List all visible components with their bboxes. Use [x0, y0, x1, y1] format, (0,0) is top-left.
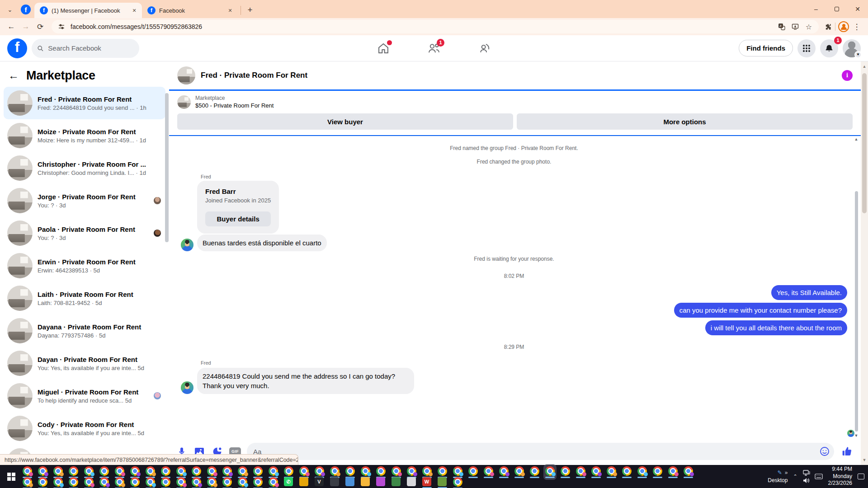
search-input[interactable]: [47, 44, 134, 52]
taskbar-file-transfer-app-icon[interactable]: [345, 477, 355, 486]
address-bar[interactable]: facebook.com/messages/t/1555790952863826…: [52, 20, 819, 33]
reload-button[interactable]: ⟳: [33, 20, 47, 33]
taskbar-chrome-icon[interactable]: [345, 466, 355, 478]
message-input[interactable]: [247, 443, 834, 460]
taskbar-chrome-icon[interactable]: [84, 466, 94, 478]
taskbar-chrome-icon[interactable]: [192, 466, 201, 478]
conversation-info-icon[interactable]: i: [842, 70, 853, 81]
taskbar-chrome-icon[interactable]: [238, 477, 247, 488]
url-text[interactable]: facebook.com/messages/t/1555790952863826: [71, 23, 773, 30]
taskbar-chrome-icon[interactable]: [207, 466, 217, 478]
pen-icon[interactable]: ✎: [778, 469, 782, 476]
taskbar-chrome-icon[interactable]: [115, 477, 124, 488]
taskbar-chrome-icon[interactable]: [315, 466, 324, 478]
page-scrollbar-thumb[interactable]: [862, 73, 867, 213]
emoji-icon[interactable]: [819, 446, 830, 457]
taskbar-plant-app-icon[interactable]: [392, 477, 401, 486]
taskbar-chrome-icon[interactable]: [130, 477, 140, 488]
taskbar-minecraft-icon[interactable]: [438, 477, 447, 488]
taskbar-chrome-icon[interactable]: [99, 477, 109, 488]
taskbar-chrome-icon[interactable]: [53, 466, 63, 478]
taskbar-chrome-icon[interactable]: [130, 466, 140, 478]
tab-close-icon[interactable]: ✕: [226, 6, 234, 14]
install-app-icon[interactable]: [791, 22, 800, 31]
taskbar-chrome-icon[interactable]: [115, 466, 124, 478]
facebook-logo[interactable]: f: [7, 38, 27, 58]
taskbar-chrome-icon[interactable]: [499, 466, 509, 478]
browser-tab-facebook[interactable]: f Facebook ✕: [142, 3, 238, 18]
taskbar-chrome-icon[interactable]: [23, 466, 32, 478]
taskbar-chrome-icon[interactable]: [253, 477, 263, 488]
taskbar-chrome-icon[interactable]: [284, 466, 293, 478]
taskbar-chrome-icon[interactable]: [453, 466, 462, 478]
find-friends-button[interactable]: Find friends: [739, 40, 793, 56]
keyboard-icon[interactable]: [815, 474, 823, 479]
taskbar-chrome-icon[interactable]: [161, 466, 170, 478]
taskbar-chrome-icon[interactable]: [269, 466, 278, 478]
tab-search-chevron-icon[interactable]: ⌄: [4, 3, 16, 16]
taskbar-chrome-icon[interactable]: [146, 477, 155, 488]
back-button[interactable]: ←: [5, 20, 18, 33]
taskbar-chrome-icon[interactable]: [192, 477, 201, 488]
taskbar-chrome-icon[interactable]: [222, 466, 232, 478]
taskbar-chrome-icon[interactable]: [376, 466, 386, 478]
pinned-facebook-favicon[interactable]: f: [21, 5, 31, 14]
taskbar-chrome-icon[interactable]: [484, 466, 493, 478]
taskbar-chrome-icon[interactable]: [668, 466, 678, 478]
taskbar-chrome-icon[interactable]: [607, 466, 616, 478]
taskbar-chrome-icon[interactable]: [38, 466, 47, 478]
thumbs-up-icon[interactable]: [841, 445, 854, 458]
window-close-button[interactable]: ✕: [847, 0, 868, 18]
taskbar-chrome-icon[interactable]: [176, 466, 186, 478]
taskbar-chrome-icon[interactable]: [361, 466, 370, 478]
friends-icon[interactable]: 1: [427, 42, 441, 55]
taskbar-chrome-icon[interactable]: [438, 466, 447, 478]
bookmark-star-icon[interactable]: ☆: [804, 22, 813, 31]
taskbar-chrome-icon[interactable]: [545, 466, 555, 478]
volume-icon[interactable]: [803, 478, 810, 483]
taskbar-chrome-icon[interactable]: [38, 477, 47, 488]
taskbar-chrome-icon[interactable]: [299, 466, 309, 478]
taskbar-chrome-icon[interactable]: [530, 466, 539, 478]
taskbar-paint-app-icon[interactable]: [376, 477, 386, 486]
taskbar-chrome-icon[interactable]: [238, 466, 247, 478]
taskbar-chrome-icon[interactable]: [591, 466, 601, 478]
page-scrollbar[interactable]: ▲ ▼: [861, 61, 868, 465]
taskbar-chrome-icon[interactable]: [407, 466, 416, 478]
taskbar-chrome-icon[interactable]: [684, 466, 693, 478]
site-info-icon[interactable]: [57, 22, 66, 31]
taskbar-runner-app-icon[interactable]: [407, 477, 416, 486]
conversation-list-item[interactable]: Fred · Private Room For Rent Fred: 22448…: [4, 87, 165, 119]
page-scroll-up-icon[interactable]: ▲: [861, 64, 868, 69]
home-icon[interactable]: [377, 42, 390, 55]
taskbar-chrome-icon[interactable]: [23, 477, 32, 488]
sidebar-scrollbar[interactable]: [165, 93, 169, 242]
facebook-search[interactable]: [32, 39, 139, 58]
taskbar-folder-app-icon[interactable]: [361, 477, 370, 486]
conversation-list-item[interactable]: Dayan · Private Room For Rent You: Yes, …: [4, 347, 165, 380]
chat-scrollbar-thumb[interactable]: [855, 191, 858, 432]
conversation-list-item[interactable]: Christopher · Private Room For ... Chris…: [4, 152, 165, 184]
taskbar-v-app-icon[interactable]: V: [315, 477, 324, 486]
conversation-list-item[interactable]: Miguel · Private Room For Rent To help i…: [4, 380, 165, 412]
conversation-list-item[interactable]: Jorge · Private Room For Rent You: ? · 3…: [4, 184, 165, 217]
desktop-label[interactable]: Desktop: [768, 477, 788, 483]
taskbar-utility-app-icon[interactable]: [330, 477, 340, 486]
conversation-list-item[interactable]: Cody · Private Room For Rent You: Yes, i…: [4, 412, 165, 445]
taskbar-chrome-icon[interactable]: [253, 466, 263, 478]
groups-icon[interactable]: [478, 42, 491, 55]
extensions-puzzle-icon[interactable]: [823, 22, 832, 31]
taskbar-chrome-icon[interactable]: [561, 466, 570, 478]
taskbar-chrome-icon[interactable]: [84, 477, 94, 488]
conversation-list-item[interactable]: Paola · Private Room For Rent You: ? · 3…: [4, 217, 165, 249]
taskbar-chrome-icon[interactable]: [99, 466, 109, 478]
more-options-button[interactable]: More options: [517, 113, 853, 130]
apps-grid-icon[interactable]: [797, 39, 816, 57]
taskbar-chrome-icon[interactable]: [69, 466, 78, 478]
taskbar-whatsapp-icon[interactable]: ✆: [284, 477, 293, 486]
bell-icon[interactable]: 1: [820, 39, 838, 57]
taskbar-chrome-icon[interactable]: [468, 466, 478, 478]
taskbar-wordpad-icon[interactable]: W: [422, 477, 432, 488]
action-center-icon[interactable]: [858, 474, 864, 479]
taskbar-chrome-icon[interactable]: [392, 466, 401, 478]
